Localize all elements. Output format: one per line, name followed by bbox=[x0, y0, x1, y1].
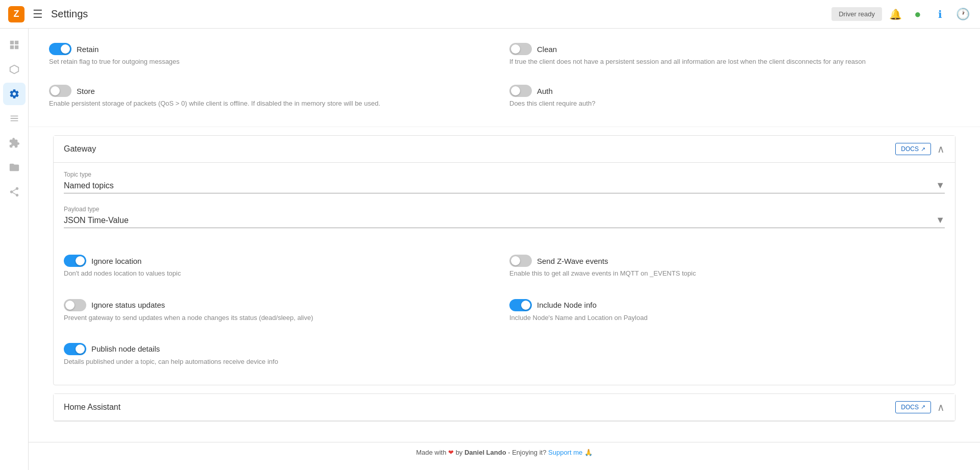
retain-description: Set retain flag to true for outgoing mes… bbox=[49, 57, 499, 66]
gateway-section: Gateway DOCS ↗ ∧ Topic type Name bbox=[53, 135, 955, 385]
send-zwave-events-description: Enable this to get all zwave events in M… bbox=[509, 269, 945, 278]
send-zwave-events-label: Send Z-Wave events bbox=[537, 257, 608, 265]
ignore-status-include-node-row: Ignore status updates Prevent gateway to… bbox=[64, 293, 945, 329]
publish-node-details-toggle[interactable] bbox=[64, 343, 86, 355]
footer-made-with: Made with bbox=[416, 449, 448, 456]
ignore-location-toggle[interactable] bbox=[64, 255, 86, 267]
empty-col bbox=[499, 337, 945, 373]
sidebar-item-dashboard[interactable] bbox=[3, 34, 26, 56]
include-node-info-label: Include Node info bbox=[537, 301, 597, 309]
payload-type-select[interactable]: JSON Time-Value ▼ bbox=[64, 215, 945, 228]
menu-icon[interactable]: ☰ bbox=[33, 8, 43, 21]
page-title: Settings bbox=[51, 8, 831, 20]
publish-node-details-label: Publish node details bbox=[91, 344, 160, 353]
clean-toggle[interactable] bbox=[509, 43, 532, 55]
history-icon[interactable]: 🕐 bbox=[953, 5, 972, 23]
send-zwave-events-setting: Send Z-Wave events Enable this to get al… bbox=[499, 249, 945, 284]
notification-icon[interactable]: 🔔 bbox=[886, 5, 904, 23]
publish-node-details-description: Details published under a topic, can hel… bbox=[64, 357, 499, 366]
footer-enjoying: - Enjoying it? bbox=[508, 449, 546, 456]
auth-setting: Auth Does this client require auth? bbox=[499, 79, 960, 114]
app-logo: Z bbox=[8, 6, 24, 22]
home-assistant-docs-button[interactable]: DOCS ↗ bbox=[895, 401, 931, 413]
ignore-location-send-zwave-row: Ignore location Don't add nodes location… bbox=[64, 249, 945, 284]
auth-toggle[interactable] bbox=[509, 85, 532, 97]
ignore-status-updates-description: Prevent gateway to send updates when a n… bbox=[64, 313, 499, 323]
store-description: Enable persistent storage of packets (Qo… bbox=[49, 99, 499, 108]
topic-type-value: Named topics bbox=[64, 181, 114, 190]
sidebar-item-scenes[interactable] bbox=[3, 107, 26, 130]
ignore-location-label: Ignore location bbox=[91, 257, 141, 265]
topic-type-arrow-icon: ▼ bbox=[936, 180, 945, 191]
sidebar-item-share[interactable] bbox=[3, 181, 26, 203]
publish-node-details-row: Publish node details Details published u… bbox=[64, 337, 945, 373]
driver-ready-badge: Driver ready bbox=[831, 7, 882, 21]
retain-label: Retain bbox=[77, 45, 99, 54]
clean-description: If true the client does not have a persi… bbox=[509, 57, 960, 66]
include-node-info-setting: Include Node info Include Node's Name an… bbox=[499, 293, 945, 329]
ignore-location-description: Don't add nodes location to values topic bbox=[64, 269, 499, 278]
send-zwave-events-toggle[interactable] bbox=[509, 255, 532, 267]
retain-toggle[interactable] bbox=[49, 43, 71, 55]
retain-setting: Retain Set retain flag to true for outgo… bbox=[49, 37, 499, 72]
sidebar bbox=[0, 29, 29, 470]
ignore-status-updates-toggle[interactable] bbox=[64, 299, 86, 311]
include-node-info-description: Include Node's Name and Location on Payl… bbox=[509, 313, 945, 323]
topbar: Z ☰ Settings Driver ready 🔔 ● ℹ 🕐 bbox=[0, 0, 980, 29]
home-assistant-section-header[interactable]: Home Assistant DOCS ↗ ∧ bbox=[54, 394, 955, 421]
home-assistant-header-right: DOCS ↗ ∧ bbox=[895, 401, 945, 413]
retain-clean-row: Retain Set retain flag to true for outgo… bbox=[49, 37, 960, 72]
payload-type-value: JSON Time-Value bbox=[64, 216, 129, 225]
gateway-header-right: DOCS ↗ ∧ bbox=[895, 143, 945, 155]
home-assistant-section: Home Assistant DOCS ↗ ∧ bbox=[53, 393, 955, 422]
include-node-info-toggle[interactable] bbox=[509, 299, 532, 311]
sidebar-item-files[interactable] bbox=[3, 156, 26, 179]
payload-type-label: Payload type bbox=[64, 206, 945, 213]
home-assistant-title: Home Assistant bbox=[64, 403, 120, 412]
topbar-right: Driver ready 🔔 ● ℹ 🕐 bbox=[831, 5, 972, 23]
sidebar-item-nodes[interactable] bbox=[3, 58, 26, 81]
payload-type-field: Payload type JSON Time-Value ▼ bbox=[64, 206, 945, 228]
gateway-docs-button[interactable]: DOCS ↗ bbox=[895, 143, 931, 155]
top-settings-section: Retain Set retain flag to true for outgo… bbox=[29, 29, 980, 127]
external-link-icon: ↗ bbox=[921, 146, 925, 153]
footer-author: Daniel Lando bbox=[464, 449, 506, 456]
main-content: Retain Set retain flag to true for outgo… bbox=[29, 29, 980, 470]
store-auth-row: Store Enable persistent storage of packe… bbox=[49, 79, 960, 114]
sidebar-item-settings[interactable] bbox=[3, 83, 26, 105]
gateway-section-body: Topic type Named topics ▼ Payload type J… bbox=[54, 163, 955, 385]
auth-description: Does this client require auth? bbox=[509, 99, 960, 108]
auth-label: Auth bbox=[537, 87, 553, 95]
topic-type-select[interactable]: Named topics ▼ bbox=[64, 180, 945, 193]
clean-label: Clean bbox=[537, 45, 557, 54]
sidebar-item-extensions[interactable] bbox=[3, 132, 26, 154]
footer-support-link[interactable]: Support me 🙏 bbox=[548, 449, 593, 456]
status-green-icon[interactable]: ● bbox=[909, 5, 927, 23]
footer-by: by bbox=[456, 449, 464, 456]
gateway-section-header[interactable]: Gateway DOCS ↗ ∧ bbox=[54, 136, 955, 163]
ignore-status-updates-label: Ignore status updates bbox=[91, 301, 165, 309]
topic-type-label: Topic type bbox=[64, 171, 945, 178]
footer-heart-icon: ❤ bbox=[448, 449, 454, 456]
store-label: Store bbox=[77, 87, 95, 95]
gateway-collapse-icon: ∧ bbox=[937, 143, 945, 155]
store-toggle[interactable] bbox=[49, 85, 71, 97]
store-setting: Store Enable persistent storage of packe… bbox=[49, 79, 499, 114]
home-assistant-collapse-icon: ∧ bbox=[937, 401, 945, 413]
publish-node-details-setting: Publish node details Details published u… bbox=[64, 337, 499, 373]
ignore-status-updates-setting: Ignore status updates Prevent gateway to… bbox=[64, 293, 499, 329]
payload-type-arrow-icon: ▼ bbox=[936, 215, 945, 226]
footer: Made with ❤ by Daniel Lando - Enjoying i… bbox=[29, 442, 980, 462]
info-icon[interactable]: ℹ bbox=[931, 5, 949, 23]
ignore-location-setting: Ignore location Don't add nodes location… bbox=[64, 249, 499, 284]
topic-type-field: Topic type Named topics ▼ bbox=[64, 171, 945, 193]
gateway-title: Gateway bbox=[64, 144, 96, 154]
clean-setting: Clean If true the client does not have a… bbox=[499, 37, 960, 72]
ha-external-link-icon: ↗ bbox=[921, 404, 925, 410]
